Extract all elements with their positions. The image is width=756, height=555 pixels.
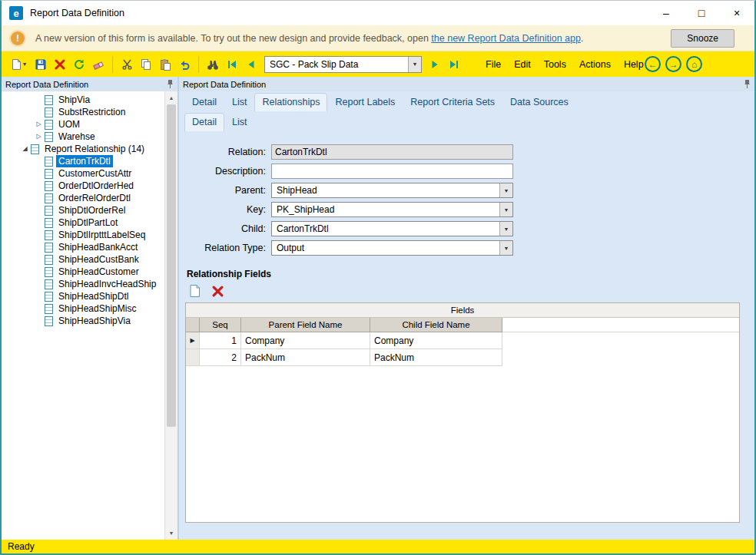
- tab-data-sources[interactable]: Data Sources: [503, 94, 575, 111]
- collapse-icon[interactable]: ◢: [20, 143, 30, 155]
- new-app-link[interactable]: the new Report Data Definition app: [431, 33, 581, 44]
- sub-tabs: Detail List: [179, 111, 754, 131]
- tree-item-label: ShipHeadShipMisc: [56, 302, 138, 315]
- grid-row[interactable]: ▶1CompanyCompany: [186, 332, 739, 349]
- description-field[interactable]: [271, 164, 513, 179]
- copy-button[interactable]: [137, 55, 155, 74]
- tree-node-icon: [31, 144, 39, 154]
- tab-report-criteria-sets[interactable]: Report Criteria Sets: [403, 94, 502, 111]
- tree-item-customercustattr[interactable]: CustomerCustAttr: [2, 167, 164, 180]
- tree-item-label: OrderRelOrderDtl: [56, 192, 133, 204]
- combo-dropdown-icon[interactable]: ▼: [408, 57, 421, 72]
- new-button[interactable]: ▾: [6, 55, 31, 74]
- tree-item-cartontrkdtl[interactable]: CartonTrkDtl: [2, 155, 164, 167]
- subtab-list[interactable]: List: [225, 114, 254, 131]
- column-header-seq[interactable]: Seq: [200, 318, 241, 332]
- delete-button[interactable]: [51, 55, 69, 74]
- refresh-button[interactable]: [70, 55, 88, 74]
- child-combobox[interactable]: CartonTrkDtl ▼: [271, 221, 513, 236]
- new-dropdown-caret-icon[interactable]: ▾: [23, 61, 26, 68]
- tree-item-shipheadcustbank[interactable]: ShipHeadCustBank: [2, 253, 164, 266]
- scrollbar-track[interactable]: [165, 104, 177, 527]
- tree-node-icon: [45, 255, 53, 265]
- scroll-up-button[interactable]: ▲: [165, 91, 177, 104]
- relation-type-combobox[interactable]: Output ▼: [271, 240, 513, 256]
- scroll-down-button[interactable]: ▼: [165, 527, 177, 540]
- next-record-button[interactable]: [426, 55, 444, 74]
- menu-tools[interactable]: Tools: [544, 59, 566, 70]
- home-button[interactable]: ⌂: [686, 56, 702, 72]
- next-record-icon: [429, 59, 440, 70]
- tab-list[interactable]: List: [225, 94, 254, 111]
- menu-edit[interactable]: Edit: [514, 59, 531, 70]
- tree-item-shipheadshipvia[interactable]: ShipHeadShipVia: [2, 315, 164, 327]
- close-button[interactable]: ×: [719, 1, 754, 25]
- column-header-parent-field[interactable]: Parent Field Name: [241, 318, 370, 332]
- tree-item-substrestriction[interactable]: SubstRestriction: [2, 106, 164, 118]
- scrollbar-thumb[interactable]: [167, 104, 176, 427]
- menu-help[interactable]: Help: [624, 59, 644, 70]
- tab-detail[interactable]: Detail: [185, 94, 224, 111]
- tree-indent: [2, 235, 34, 236]
- tree-item-shipdtlorderrel[interactable]: ShipDtlOrderRel: [2, 204, 164, 216]
- menu-actions[interactable]: Actions: [579, 59, 611, 70]
- parent-combobox[interactable]: ShipHead ▼: [271, 183, 513, 198]
- cell-child-field-name: Company: [370, 332, 502, 349]
- record-selector-combobox[interactable]: SGC - Pack Slip Data ▼: [264, 56, 422, 73]
- tree-item-shipvia[interactable]: ShipVia: [2, 94, 164, 106]
- tree-indent: [2, 186, 34, 187]
- tree-item-shipheadshipdtl[interactable]: ShipHeadShipDtl: [2, 290, 164, 302]
- tab-report-labels[interactable]: Report Labels: [328, 94, 402, 111]
- back-button[interactable]: ←: [645, 56, 661, 72]
- undo-button[interactable]: [175, 55, 194, 74]
- column-header-child-field[interactable]: Child Field Name: [370, 318, 502, 332]
- last-record-button[interactable]: [445, 55, 463, 74]
- toolbar-separator: [198, 56, 199, 73]
- cut-button[interactable]: [118, 55, 136, 74]
- expand-icon[interactable]: ▷: [34, 130, 44, 143]
- previous-record-button[interactable]: [242, 55, 260, 74]
- combo-dropdown-icon[interactable]: ▼: [499, 203, 512, 216]
- tree-scrollbar[interactable]: ▲ ▼: [164, 91, 177, 540]
- snooze-button[interactable]: Snooze: [671, 29, 734, 48]
- clear-button[interactable]: [89, 55, 108, 74]
- copy-icon: [140, 58, 152, 71]
- grid-row[interactable]: 2PackNumPackNum: [186, 349, 739, 366]
- tab-relationships[interactable]: Relationships: [255, 94, 327, 111]
- tree-item-orderrelorderdtl[interactable]: OrderRelOrderDtl: [2, 192, 164, 204]
- add-field-button[interactable]: [185, 282, 204, 300]
- tree-indent: [2, 259, 34, 260]
- tree-item-shipdtlpartlot[interactable]: ShipDtlPartLot: [2, 216, 164, 229]
- tree-item-orderdtlorderhed[interactable]: OrderDtlOrderHed: [2, 180, 164, 192]
- tree-item-shipheadinvcheadship[interactable]: ShipHeadInvcHeadShip: [2, 278, 164, 290]
- row-selector[interactable]: ▶: [186, 332, 200, 349]
- relation-field[interactable]: [271, 144, 513, 160]
- grid-column-headers: Seq Parent Field Name Child Field Name: [186, 318, 739, 332]
- tree-item-shipdtlirptttlabelseq[interactable]: ShipDtlIrptttLabelSeq: [2, 229, 164, 241]
- tree-item-report-relationship-14[interactable]: ◢Report Relationship (14): [2, 143, 164, 155]
- first-record-button[interactable]: [223, 55, 241, 74]
- pin-icon[interactable]: [744, 80, 751, 89]
- search-button[interactable]: [204, 55, 222, 74]
- menu-file[interactable]: File: [486, 59, 501, 70]
- tree-item-shipheadbankacct[interactable]: ShipHeadBankAcct: [2, 241, 164, 253]
- tree-item-uom[interactable]: ▷UOM: [2, 118, 164, 130]
- key-combobox[interactable]: PK_ShipHead ▼: [271, 202, 513, 217]
- combo-dropdown-icon[interactable]: ▼: [499, 222, 512, 236]
- save-button[interactable]: [32, 55, 50, 74]
- tree-item-shipheadshipmisc[interactable]: ShipHeadShipMisc: [2, 302, 164, 315]
- combo-dropdown-icon[interactable]: ▼: [499, 183, 512, 197]
- row-selector[interactable]: [186, 349, 200, 366]
- minimize-button[interactable]: –: [648, 1, 684, 25]
- tree-node-icon: [45, 279, 53, 289]
- combo-dropdown-icon[interactable]: ▼: [499, 241, 512, 255]
- delete-field-button[interactable]: [208, 282, 227, 300]
- forward-button[interactable]: →: [665, 56, 681, 72]
- tree-item-warehse[interactable]: ▷Warehse: [2, 130, 164, 143]
- maximize-button[interactable]: □: [684, 1, 719, 25]
- subtab-detail[interactable]: Detail: [185, 114, 224, 131]
- tree-item-shipheadcustomer[interactable]: ShipHeadCustomer: [2, 266, 164, 278]
- paste-button[interactable]: [156, 55, 174, 74]
- expand-icon[interactable]: ▷: [34, 118, 44, 130]
- pin-icon[interactable]: [167, 80, 174, 89]
